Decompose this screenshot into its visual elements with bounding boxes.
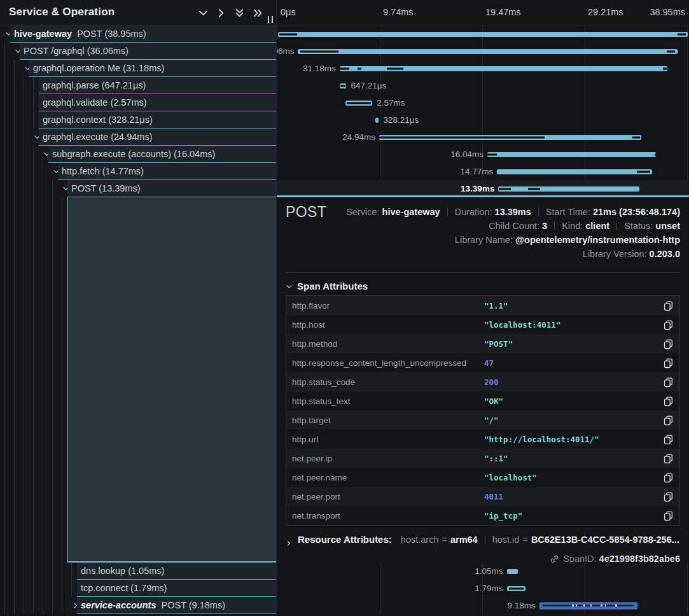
attribute-key: net.peer.name [292,473,484,482]
span-timeline-row[interactable]: 2.57ms [277,94,689,111]
span-bar[interactable] [340,83,347,88]
span-tree-row[interactable]: subgraph.execute (accounts) (16.04ms) [0,146,277,163]
operation-name: POST (13.39ms) [71,183,141,193]
indent-guide [4,163,5,180]
copy-icon[interactable] [663,300,674,311]
overview-separator [616,221,617,230]
copy-icon[interactable] [663,319,674,330]
span-tree-row[interactable]: POST /graphql (36.06ms) [0,43,277,60]
copy-icon[interactable] [663,358,674,368]
indent-guide [71,563,72,580]
span-bar[interactable] [379,135,641,140]
span-bar[interactable] [345,101,372,106]
span-timeline-row[interactable]: 38.95ms [277,25,689,43]
copy-icon[interactable] [663,472,674,483]
attribute-key: http.target [292,416,484,425]
overview-line: Library Name: @opentelemetry/instrumenta… [346,233,680,247]
span-bar[interactable] [507,569,518,574]
span-bar[interactable] [498,186,639,192]
span-tree-row[interactable]: http.fetch (14.77ms) [0,163,277,180]
span-tree-row[interactable]: graphql.operation Me (31.18ms) [0,60,277,77]
span-tree-row[interactable]: graphql.validate (2.57ms) [0,94,277,111]
span-timeline-row[interactable]: 647.21μs [277,77,689,94]
span-overview: Service: hive-gatewayDuration: 13.39msSt… [346,205,680,261]
copy-icon[interactable] [663,434,674,445]
panel-divider[interactable] [276,0,277,616]
span-timeline-row[interactable]: 36.06ms [277,43,689,60]
span-timeline-row[interactable]: 13.39ms [277,180,689,197]
span-timeline-row[interactable]: 1.79ms [277,580,689,597]
overview-field-label: Kind: [562,221,585,231]
copy-icon[interactable] [663,415,674,426]
span-tree-row[interactable]: hive-gateway POST (38.95ms) [0,25,277,43]
span-row-label-area: graphql.context (328.21μs) [39,111,277,129]
span-label: graphql.operation Me (31.18ms) [29,60,164,76]
expand-one-chevron-right-icon[interactable] [216,8,226,18]
span-id-row: SpanID: 4e21998f3b82abe6 [550,552,680,563]
copy-icon[interactable] [663,377,674,388]
copy-icon[interactable] [663,339,674,349]
indent-guide [33,94,34,111]
span-tree-row[interactable]: graphql.execute (24.94ms) [0,129,277,146]
indent-guide [4,197,5,563]
indent-guide [33,77,34,94]
attribute-value: "http://localhost:4011/" [484,435,663,444]
span-row-label-area: service-accounts POST (9.18ms) [77,597,277,614]
expand-all-double-chevron-right-icon[interactable] [253,8,263,18]
span-bar[interactable] [278,32,688,37]
copy-icon[interactable] [663,491,674,502]
span-attributes-toggle[interactable]: Span Attributes [286,281,368,291]
resource-attributes-row[interactable]: Resource Attributes:host.arch=arm64host.… [286,533,680,547]
copy-icon[interactable] [663,396,674,407]
span-timeline-row[interactable]: 31.18ms [277,60,689,77]
child-span-tick [358,67,361,69]
span-tree-row[interactable]: dns.lookup (1.05ms) [0,563,277,580]
child-span-tick [590,605,592,606]
attribute-value: 4011 [484,492,663,501]
span-bar[interactable] [375,118,379,123]
operation-name: graphql.context (328.21μs) [43,115,153,125]
attribute-key: http.method [292,339,484,349]
attribute-key: http.response_content_length_uncompresse… [292,358,484,368]
span-tree-row[interactable]: graphql.context (328.21μs) [0,111,277,129]
indent-guide [4,77,5,94]
collapse-one-chevron-down-icon[interactable] [198,8,209,18]
copy-icon[interactable] [663,510,674,521]
resource-separator [485,535,485,544]
span-timeline-row[interactable]: 16.04ms [277,146,689,163]
span-bar[interactable] [507,586,526,591]
span-tree-row[interactable]: service-accounts POST (9.18ms) [0,597,277,614]
span-bar[interactable] [340,66,668,71]
span-timeline-row[interactable]: 1.05ms [277,563,689,580]
span-bar[interactable] [298,49,677,54]
overview-field-label: Start Time: [546,207,593,217]
span-duration-label: 13.39ms [461,180,494,197]
collapse-all-double-chevron-down-icon[interactable] [234,8,245,18]
span-tree-row[interactable]: POST (13.39ms) [0,180,277,197]
span-timeline-row[interactable]: 24.94ms [277,129,689,146]
span-tree-row[interactable]: tcp.connect (1.79ms) [0,580,277,597]
span-bar[interactable] [539,602,637,609]
overview-field-value: 3 [542,221,547,231]
child-span-tick [632,136,640,138]
chevron-right-icon[interactable] [286,536,292,543]
span-row-label-area: graphql.execute (24.94ms) [39,129,277,146]
copy-icon[interactable] [663,453,674,464]
span-bar[interactable] [487,152,656,157]
span-bar[interactable] [497,169,652,174]
detail-divider [286,272,680,273]
attribute-row: net.transport"ip_tcp" [286,506,679,525]
link-icon[interactable] [550,554,559,563]
span-timeline-row[interactable]: 14.77ms [277,163,689,180]
operation-name: http.fetch (14.77ms) [62,166,144,176]
overview-line: Child Count: 3Kind: clientStatus: unset [346,219,680,233]
indent-guide [4,60,5,77]
span-tree-row[interactable]: graphql.parse (647.21μs) [0,77,277,94]
span-timeline-row[interactable]: 328.21μs [277,111,689,129]
panel-resize-grip[interactable] [268,16,273,23]
span-id-value: 4e21998f3b82abe6 [599,554,680,563]
chevron-down-icon [286,283,293,290]
indent-guide [4,180,5,197]
span-timeline-row[interactable]: 9.18ms [277,597,689,614]
child-span-tick [300,50,338,52]
